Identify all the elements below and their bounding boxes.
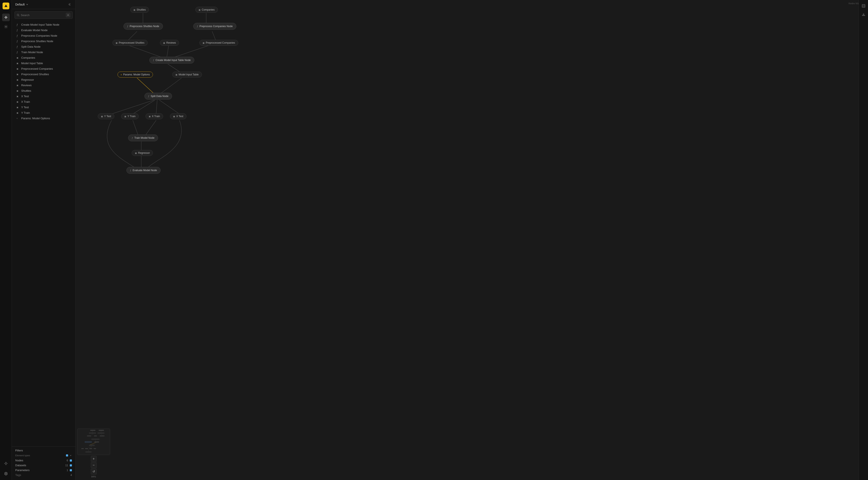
list-item[interactable]: ▣ X Train (13, 99, 74, 104)
fn-node-icon: ƒ (130, 169, 131, 172)
minimap-controls: + − ↺ 84% (77, 456, 110, 478)
filter-expand-icon[interactable] (69, 454, 72, 457)
node-preprocessed-companies[interactable]: ▣ Preprocessed Companies (199, 40, 238, 46)
list-item[interactable]: ƒ Split Data Node (13, 44, 74, 49)
node-reviews[interactable]: ▣ Reviews (160, 40, 179, 46)
node-evaluate-model[interactable]: ƒ Evaluate Model Node (126, 167, 161, 174)
pipeline-icon[interactable] (2, 13, 10, 21)
node-x-train[interactable]: ▣ X Train (146, 113, 163, 119)
svg-line-51 (90, 443, 95, 445)
collapse-button[interactable] (68, 3, 72, 6)
node-y-test[interactable]: ▣ Y Test (98, 113, 114, 119)
list-item[interactable]: ≡ Params: Model Options (13, 116, 74, 121)
list-item-label: Preprocess Companies Node (21, 34, 57, 37)
export-icon[interactable] (860, 11, 867, 18)
svg-rect-31 (99, 430, 104, 431)
list-item-label: Params: Model Options (21, 117, 50, 120)
pipeline-name: Default (15, 3, 25, 6)
list-item-label: Shuttles (21, 89, 31, 92)
fn-node-icon: ƒ (148, 95, 149, 97)
data-node-icon: ▣ (133, 9, 135, 11)
graph-canvas[interactable]: ▣ Shuttles ▣ Companies ƒ Preprocess Shut… (75, 0, 859, 480)
list-item[interactable]: ƒ Preprocess Companies Node (13, 33, 74, 38)
search-hotkey[interactable]: A (66, 13, 70, 18)
main-area: Kedro-Viz 6.2.0 (75, 0, 868, 480)
svg-point-8 (5, 473, 6, 474)
minimap-area: + − ↺ 84% (75, 428, 110, 478)
svg-line-22 (133, 100, 155, 114)
list-item[interactable]: ▣ Regressor (13, 77, 74, 82)
list-item-label: Preprocessed Companies (21, 67, 53, 70)
list-item-label: Regressor (21, 78, 34, 81)
list-item[interactable]: ▣ Y Test (13, 105, 74, 110)
list-item[interactable]: ▣ Y Train (13, 110, 74, 115)
svg-rect-32 (89, 433, 96, 434)
node-label: Shuttles (136, 8, 146, 11)
data-node-icon: ▣ (135, 152, 137, 154)
node-label: Create Model Input Table Node (155, 59, 191, 62)
svg-line-21 (112, 100, 154, 114)
minimap-toggle-icon[interactable] (860, 3, 867, 9)
node-regressor[interactable]: ▣ Regressor (132, 150, 153, 156)
list-item[interactable]: ▣ Companies (13, 55, 74, 60)
list-item[interactable]: ▣ Preprocessed Shuttles (13, 72, 74, 77)
node-preprocessed-shuttles[interactable]: ▣ Preprocessed Shuttles (113, 40, 148, 46)
node-shuttles-top[interactable]: ▣ Shuttles (130, 7, 149, 13)
minimap-container (77, 428, 110, 455)
data-node-icon: ▣ (124, 115, 126, 117)
node-model-input-table[interactable]: ▣ Model Input Table (172, 72, 202, 77)
svg-line-13 (128, 31, 137, 40)
node-label: Evaluate Model Node (132, 169, 157, 172)
list-item[interactable]: ▣ X Test (13, 94, 74, 99)
list-item[interactable]: ▣ Shuttles (13, 88, 74, 94)
zoom-in-button[interactable]: + (91, 456, 97, 462)
node-preprocess-companies[interactable]: ƒ Preprocess Companies Node (193, 23, 236, 30)
list-item[interactable]: ▣ Model Input Table (13, 61, 74, 66)
search-input[interactable] (21, 13, 64, 17)
node-split-data[interactable]: ƒ Split Data Node (145, 93, 172, 100)
app-logo[interactable] (3, 3, 9, 9)
zoom-out-button[interactable]: − (91, 462, 97, 468)
node-params-model-options[interactable]: ≡ Params: Model Options (118, 72, 153, 77)
theme-toggle-icon[interactable] (2, 460, 10, 467)
svg-line-48 (92, 434, 92, 436)
fn-node-icon: ƒ (197, 25, 198, 28)
gear-icon[interactable] (2, 470, 10, 477)
list-item[interactable]: ƒ Create Model Input Table Node (13, 22, 74, 27)
node-companies-top[interactable]: ▣ Companies (195, 7, 218, 13)
settings-icon[interactable] (2, 23, 10, 31)
data-icon: ▣ (17, 73, 20, 75)
node-preprocess-shuttles[interactable]: ƒ Preprocess Shuttles Node (123, 23, 163, 30)
sidebar: Default A ƒ Create Model Input Table Nod… (12, 0, 75, 480)
list-item-label: Evaluate Model Node (21, 29, 48, 32)
fn-node-icon: ƒ (153, 59, 154, 61)
list-item-label: Companies (21, 56, 35, 59)
pipeline-selector[interactable]: Default (15, 3, 28, 6)
svg-rect-43 (89, 448, 92, 449)
list-item[interactable]: ƒ Train Model Node (13, 49, 74, 55)
list-item[interactable]: ƒ Evaluate Model Node (13, 28, 74, 33)
list-item-label: Preprocessed Shuttles (21, 73, 49, 76)
data-icon: ▣ (17, 79, 20, 81)
list-item[interactable]: ƒ Preprocess Shuttles Node (13, 39, 74, 44)
node-train-model[interactable]: ƒ Train Model Node (128, 135, 158, 141)
data-node-icon: ▣ (176, 73, 177, 76)
reset-zoom-button[interactable]: ↺ (91, 469, 97, 475)
node-y-train[interactable]: ▣ Y Train (121, 113, 139, 119)
svg-line-15 (127, 45, 162, 58)
data-node-icon: ▣ (173, 115, 175, 117)
node-label: X Test (176, 115, 183, 118)
list-item[interactable]: ▣ Reviews (13, 82, 74, 88)
node-label: Preprocess Shuttles Node (130, 25, 159, 28)
node-x-test[interactable]: ▣ X Test (170, 113, 186, 119)
param-node-icon: ≡ (121, 73, 122, 76)
list-item[interactable]: ▣ Preprocessed Companies (13, 66, 74, 71)
data-icon: ▣ (17, 90, 20, 92)
search-icon (17, 14, 20, 16)
datasets-color-dot (70, 464, 72, 467)
list-item-label: Train Model Node (21, 50, 43, 54)
list-item-label: Preprocess Shuttles Node (21, 40, 53, 43)
svg-rect-38 (85, 441, 92, 443)
node-create-model[interactable]: ƒ Create Model Input Table Node (149, 57, 194, 64)
svg-point-7 (5, 462, 7, 464)
